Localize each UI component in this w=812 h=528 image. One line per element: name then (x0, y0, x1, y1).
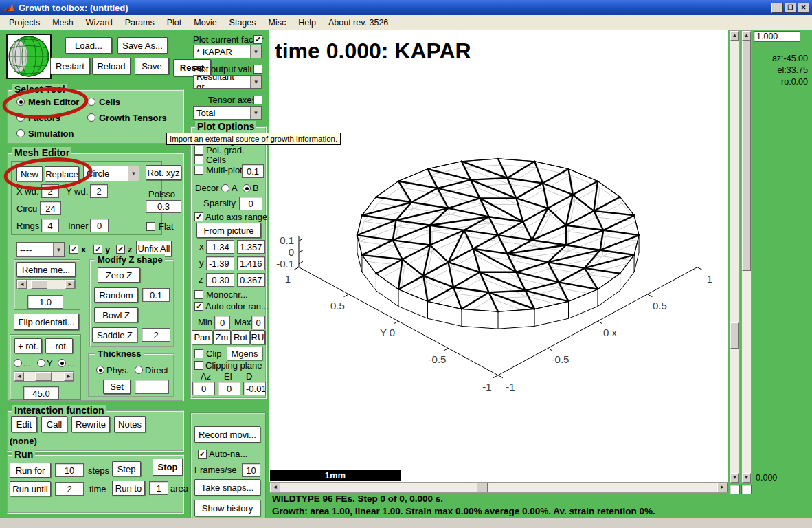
rot-axis-radio-2[interactable] (58, 359, 66, 367)
time-scrollbar[interactable]: ▲ ▼ (741, 30, 752, 483)
scrollbar-box-2[interactable] (741, 485, 752, 494)
x-wd-field[interactable]: 2 (41, 184, 59, 198)
auto-axis-checkbox[interactable] (194, 212, 203, 221)
thickness-phys-label[interactable]: Phys. (106, 365, 129, 375)
record-movie-button[interactable]: Record movi... (194, 426, 260, 443)
mesh-shape-dropdown[interactable]: Circle▼ (83, 166, 139, 182)
menu-movie[interactable]: Movie (188, 16, 223, 29)
y-min-field[interactable]: -1.39 (206, 256, 234, 270)
refine-slider[interactable]: ◄ ► (16, 279, 76, 289)
pol-grad-checkbox[interactable] (194, 146, 203, 155)
minus-rot-button[interactable]: - rot. (45, 338, 73, 353)
horizontal-scrollbar[interactable]: ◄ ► (269, 482, 728, 493)
fix-z-label[interactable]: z (128, 244, 133, 254)
maximize-button[interactable]: ❐ (785, 3, 796, 13)
run-for-button[interactable]: Run for (10, 463, 51, 478)
restart-button[interactable]: Restart (50, 58, 90, 74)
tensor-axes-checkbox[interactable] (253, 96, 262, 104)
show-history-button[interactable]: Show history (194, 500, 260, 516)
max-field[interactable]: 0 (251, 316, 265, 329)
flat-label[interactable]: Flat (159, 221, 174, 232)
cells-checkbox[interactable] (194, 155, 203, 164)
factors-radio-label[interactable]: Factors (28, 113, 60, 123)
zoom-button[interactable]: Zm (213, 330, 231, 344)
multi-plot-checkbox[interactable] (194, 166, 203, 175)
horizontal-scrollbar-thumb[interactable] (477, 483, 488, 492)
cells-radio[interactable] (87, 98, 95, 106)
rot-axis-radio-y[interactable] (37, 359, 45, 367)
x-min-field[interactable]: -1.34 (206, 240, 234, 254)
rotate-slider-thumb[interactable] (35, 372, 52, 381)
min-field[interactable]: 0 (214, 316, 230, 329)
menu-params[interactable]: Params (119, 16, 161, 29)
factors-radio[interactable] (16, 113, 25, 122)
rings-field[interactable]: 4 (41, 219, 59, 232)
menu-misc[interactable]: Misc (262, 16, 293, 29)
scroll-right-icon[interactable]: ► (717, 483, 728, 492)
dropdown-arrow-icon[interactable]: ▼ (250, 76, 261, 88)
fix-dropdown[interactable]: ----▼ (16, 242, 65, 257)
replace-mesh-button[interactable]: Replace (45, 166, 79, 182)
decor-b-radio[interactable] (243, 184, 251, 192)
dropdown-arrow-icon[interactable]: ▼ (53, 243, 64, 256)
flat-checkbox[interactable] (146, 222, 155, 231)
menu-help[interactable]: Help (292, 16, 322, 29)
call-interaction-button[interactable]: Call (41, 416, 67, 432)
poisson-field[interactable]: 0.3 (146, 200, 181, 213)
rotate-slider[interactable]: ◄ ► (14, 371, 74, 382)
factor-dropdown[interactable]: * KAPAR▼ (193, 45, 262, 58)
new-mesh-button[interactable]: New (16, 166, 43, 182)
slider-left-arrow-icon[interactable]: ◄ (17, 280, 27, 289)
y-max-field[interactable]: 1.416 (237, 256, 265, 270)
auto-color-checkbox[interactable] (194, 302, 203, 311)
menu-wizard[interactable]: Wizard (80, 16, 119, 29)
y-wd-field[interactable]: 2 (90, 184, 108, 198)
plus-rot-button[interactable]: + rot. (14, 338, 42, 353)
flip-orientation-button[interactable]: Flip orientati... (14, 314, 79, 330)
sparsity-field[interactable]: 0 (239, 197, 262, 210)
run-area-field[interactable]: 1 (149, 481, 168, 495)
output-dropdown[interactable]: Resultant gr...▼ (193, 75, 262, 89)
clip-el-field[interactable]: 0 (218, 382, 240, 395)
growth-tensors-radio[interactable] (87, 113, 95, 122)
notes-interaction-button[interactable]: Notes (114, 416, 146, 432)
random-z-button[interactable]: Random (94, 287, 138, 302)
z-max-field[interactable]: 0.367 (237, 273, 265, 287)
scroll-left-icon[interactable]: ◄ (270, 483, 280, 492)
mesh-editor-radio[interactable] (16, 98, 25, 106)
zoom-value-field[interactable]: 1.000 (754, 31, 800, 42)
auto-axis-label[interactable]: Auto axis range (205, 212, 267, 222)
run-until-button[interactable]: Run until (10, 481, 51, 496)
load-button[interactable]: Load... (65, 37, 112, 54)
thickness-direct-radio[interactable] (135, 366, 143, 374)
inner-field[interactable]: 0 (90, 219, 109, 232)
run-to-button[interactable]: Run to (112, 481, 145, 496)
clip-az-field[interactable]: 0 (192, 382, 215, 395)
mesh-3d-plot[interactable]: 10.5Y 0-0.5-1-1-0.50 x0.510.10-0.1 (269, 30, 728, 482)
dropdown-arrow-icon[interactable]: ▼ (250, 45, 261, 58)
run-steps-field[interactable]: 10 (55, 463, 84, 477)
simulation-radio-label[interactable]: Simulation (28, 129, 74, 139)
zoom-scrollbar-thumb[interactable] (730, 322, 739, 349)
time-scrollbar-thumb[interactable] (742, 41, 751, 271)
monochrome-label[interactable]: Monochr... (206, 289, 248, 300)
simulation-radio[interactable] (16, 129, 25, 138)
cells-radio-label[interactable]: Cells (99, 97, 120, 107)
fix-y-checkbox[interactable] (93, 245, 102, 254)
clip-d-field[interactable]: -0.01 (243, 382, 266, 395)
slider-right-arrow-icon[interactable]: ► (64, 372, 74, 381)
multi-plot-label[interactable]: Multi-plot (206, 165, 243, 175)
fix-x-label[interactable]: x (81, 244, 86, 254)
fix-y-label[interactable]: y (105, 244, 110, 254)
plot-canvas[interactable]: 10.5Y 0-0.5-1-1-0.50 x0.510.10-0.1 time … (269, 30, 728, 482)
pol-grad-label[interactable]: Pol. grad. (206, 145, 245, 155)
menu-projects[interactable]: Projects (3, 16, 46, 29)
rotate-button[interactable]: Rot (232, 330, 249, 344)
z-min-field[interactable]: -0.30 (206, 273, 234, 287)
multi-plot-field[interactable]: 0.1 (242, 164, 264, 178)
menu-plot[interactable]: Plot (161, 16, 188, 29)
fix-x-checkbox[interactable] (69, 245, 78, 254)
growth-tensors-radio-label[interactable]: Growth Tensors (99, 113, 167, 123)
bowl-z-button[interactable]: Bowl Z (94, 307, 138, 322)
decor-b-label[interactable]: B (253, 183, 259, 193)
